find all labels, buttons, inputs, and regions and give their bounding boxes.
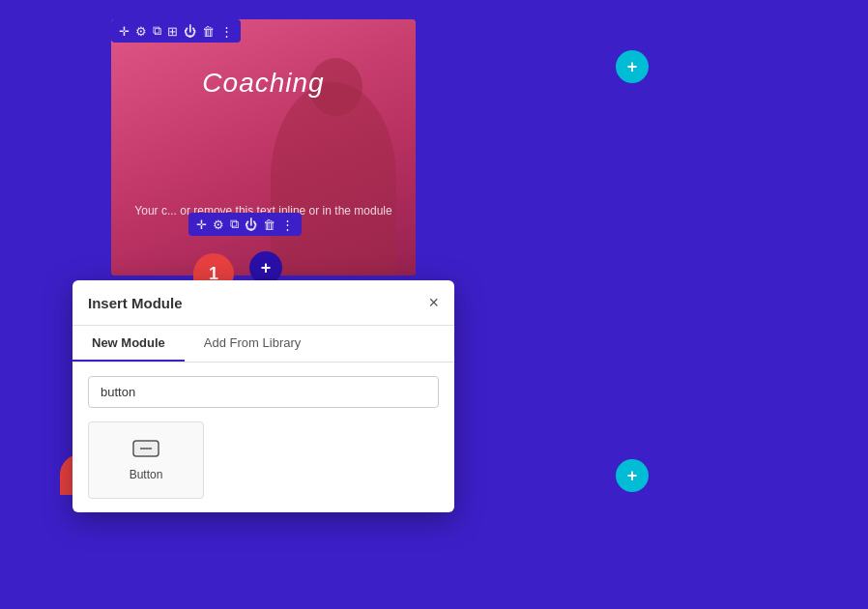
modal-close-button[interactable]: × bbox=[428, 294, 439, 311]
modal-body: Button bbox=[72, 362, 454, 512]
settings2-icon[interactable]: ⚙ bbox=[213, 218, 224, 232]
move2-icon[interactable]: ✛ bbox=[196, 218, 207, 232]
plus-button-right-mid[interactable]: + bbox=[616, 459, 649, 492]
module-item-button-label: Button bbox=[130, 468, 163, 481]
power2-icon[interactable]: ⏻ bbox=[245, 218, 257, 232]
card-secondary-toolbar: ✛ ⚙ ⧉ ⏻ 🗑 ⋮ bbox=[188, 213, 302, 236]
plus-button-right-top[interactable]: + bbox=[616, 50, 649, 83]
modal-tabs: New Module Add From Library bbox=[72, 326, 454, 362]
button-icon bbox=[132, 440, 159, 462]
settings-icon[interactable]: ⚙ bbox=[135, 24, 147, 39]
columns-icon[interactable]: ⊞ bbox=[167, 24, 178, 39]
coaching-card: Coaching Your c... or remove this text i… bbox=[111, 19, 416, 276]
trash-icon[interactable]: 🗑 bbox=[202, 24, 215, 39]
module-grid: Button bbox=[88, 421, 439, 499]
modal-title: Insert Module bbox=[88, 295, 183, 311]
power-icon[interactable]: ⏻ bbox=[184, 24, 196, 39]
duplicate-icon[interactable]: ⧉ bbox=[153, 23, 161, 39]
tab-add-from-library[interactable]: Add From Library bbox=[185, 326, 320, 362]
tab-new-module[interactable]: New Module bbox=[72, 326, 185, 362]
coaching-title: Coaching bbox=[111, 68, 416, 99]
plus-button-card[interactable]: + bbox=[249, 251, 282, 284]
more-icon[interactable]: ⋮ bbox=[220, 24, 233, 39]
card-primary-toolbar: ✛ ⚙ ⧉ ⊞ ⏻ 🗑 ⋮ bbox=[111, 19, 241, 43]
module-search-input[interactable] bbox=[88, 376, 439, 408]
module-item-button[interactable]: Button bbox=[88, 421, 204, 499]
modal-header: Insert Module × bbox=[72, 280, 454, 326]
duplicate2-icon[interactable]: ⧉ bbox=[230, 217, 239, 232]
move-icon[interactable]: ✛ bbox=[119, 24, 130, 39]
insert-module-modal: Insert Module × New Module Add From Libr… bbox=[72, 280, 454, 512]
trash2-icon[interactable]: 🗑 bbox=[263, 218, 275, 232]
more2-icon[interactable]: ⋮ bbox=[281, 218, 294, 232]
